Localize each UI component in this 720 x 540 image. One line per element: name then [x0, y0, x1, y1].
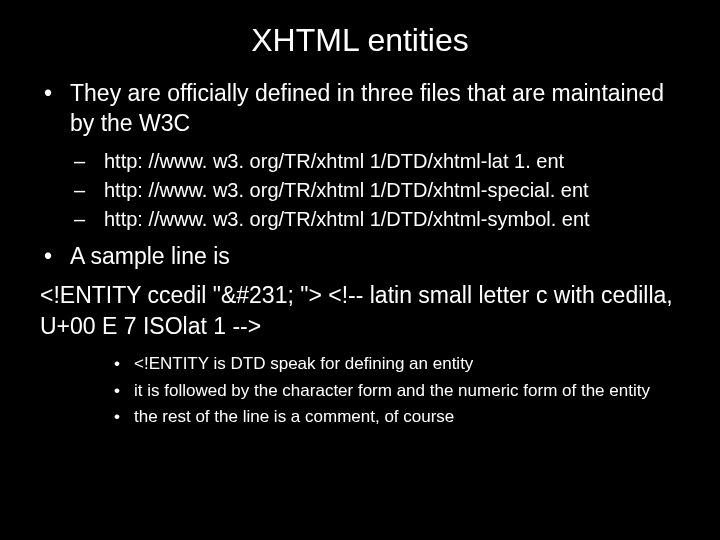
bullet-dot: • [114, 352, 134, 376]
bullet-level1: • They are officially defined in three f… [30, 79, 690, 139]
bullet-text: the rest of the line is a comment, of co… [134, 405, 690, 429]
bullet-level3: • <!ENTITY is DTD speak for defining an … [30, 352, 690, 376]
bullet-dash: – [74, 147, 104, 176]
bullet-text: A sample line is [70, 242, 690, 272]
bullet-level3: • it is followed by the character form a… [30, 379, 690, 403]
sample-code: <!ENTITY ccedil "&#231; "> <!-- latin sm… [30, 280, 690, 342]
slide-title: XHTML entities [30, 22, 690, 59]
bullet-dot: • [114, 379, 134, 403]
bullet-level2: – http: //www. w3. org/TR/xhtml 1/DTD/xh… [30, 176, 690, 205]
bullet-text: http: //www. w3. org/TR/xhtml 1/DTD/xhtm… [104, 176, 690, 205]
bullet-level2: – http: //www. w3. org/TR/xhtml 1/DTD/xh… [30, 205, 690, 234]
bullet-text: http: //www. w3. org/TR/xhtml 1/DTD/xhtm… [104, 147, 690, 176]
bullet-text: it is followed by the character form and… [134, 379, 690, 403]
bullet-text: They are officially defined in three fil… [70, 79, 690, 139]
bullet-level1: • A sample line is [30, 242, 690, 272]
bullet-dash: – [74, 176, 104, 205]
bullet-text: http: //www. w3. org/TR/xhtml 1/DTD/xhtm… [104, 205, 690, 234]
bullet-dash: – [74, 205, 104, 234]
bullet-dot: • [36, 79, 70, 139]
bullet-level2: – http: //www. w3. org/TR/xhtml 1/DTD/xh… [30, 147, 690, 176]
bullet-level3: • the rest of the line is a comment, of … [30, 405, 690, 429]
bullet-dot: • [114, 405, 134, 429]
bullet-text: <!ENTITY is DTD speak for defining an en… [134, 352, 690, 376]
bullet-dot: • [36, 242, 70, 272]
